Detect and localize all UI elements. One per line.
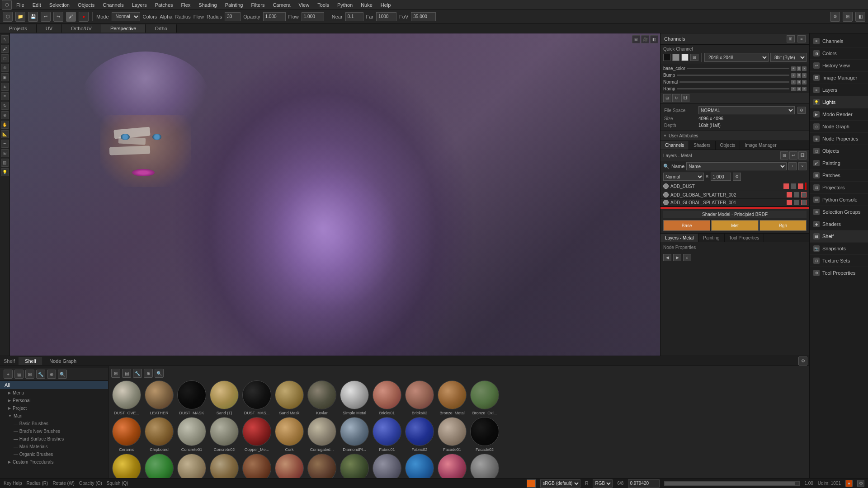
panel-tab-channels[interactable]: Channels	[660, 141, 689, 150]
tree-btn-2[interactable]: ⊞	[25, 370, 34, 379]
menu-python[interactable]: Python	[334, 1, 356, 9]
shelf-item-kevlar[interactable]: Kevlar	[307, 380, 337, 415]
menu-layers[interactable]: Layers	[128, 1, 151, 9]
far-right-selection-groups[interactable]: ⊕ Selection Groups	[810, 206, 868, 218]
channels-expand-btn[interactable]: ⊞	[787, 35, 795, 42]
ch-icon-n2[interactable]: ⚙	[797, 80, 801, 84]
tree-sub-basic-brushes[interactable]: — Basic Brushes	[0, 420, 108, 427]
shelf-item-bronze-metal[interactable]: Bronze_Metal	[437, 380, 467, 415]
tab-layers-metal[interactable]: Layers - Metal	[660, 234, 698, 242]
opacity-input-layers[interactable]	[711, 173, 731, 181]
layer-ctrl-2[interactable]: ↩	[789, 151, 797, 160]
status-icon-2[interactable]: ⚙	[857, 480, 864, 487]
shelf-item-dust-mask[interactable]: DUST_MASK	[176, 380, 207, 415]
settings-btn[interactable]: ⚙	[830, 12, 840, 22]
far-right-lights[interactable]: 💡 Lights	[810, 96, 868, 108]
panel-tab-shaders[interactable]: Shaders	[689, 141, 715, 150]
tree-group-mari[interactable]: ▼ Mari	[0, 412, 108, 420]
sg-btn-1[interactable]: ⊞	[111, 369, 120, 378]
swatch-white[interactable]	[681, 54, 689, 61]
menu-nuke[interactable]: Nuke	[357, 1, 376, 9]
tool-pan[interactable]: ✋	[1, 121, 9, 129]
far-right-snapshots[interactable]: 📷 Snapshots	[810, 243, 868, 255]
ch-icon-r1[interactable]: +	[791, 87, 796, 91]
tree-btn-4[interactable]: ⊕	[47, 370, 56, 379]
shelf-item-mud-stones[interactable]: Mud_Stones	[372, 454, 402, 478]
sg-btn-3[interactable]: 🔧	[133, 369, 142, 378]
sg-btn-2[interactable]: ▤	[122, 369, 131, 378]
tab-ortho-uv[interactable]: Ortho/UV	[62, 24, 101, 33]
shelf-item-painted-plas[interactable]: PaintedPlas...	[437, 454, 467, 478]
layer-act-2[interactable]: ↻	[672, 94, 680, 102]
layer-vis-0[interactable]	[663, 183, 669, 189]
tree-group-custom[interactable]: ▶ Custom Procedurals	[0, 458, 108, 466]
shelf-item-mud-leaves[interactable]: Mud_Leaves	[339, 454, 370, 478]
far-right-image-manager[interactable]: 🖼 Image Manager	[810, 72, 868, 84]
shelf-item-ceramic[interactable]: Ceramic	[111, 417, 142, 452]
shelf-item-chipboard[interactable]: Chipboard	[144, 417, 175, 452]
bit-select[interactable]: 8bit (Byte)	[770, 53, 807, 62]
tab-perspective[interactable]: Perspective	[101, 24, 146, 33]
tree-group-menu[interactable]: ▶ Menu	[0, 389, 108, 397]
tool-zoom[interactable]: ⊕	[1, 111, 9, 119]
layer-ctrl-1[interactable]: ⊞	[780, 151, 788, 160]
undo-btn[interactable]: ↩	[41, 12, 51, 22]
far-right-projectors[interactable]: ⊡ Projectors	[810, 182, 868, 194]
grid-btn[interactable]: ⊞	[843, 12, 853, 22]
shelf-item-ground01[interactable]: Ground01	[176, 454, 207, 478]
shelf-item-mud-dirt01[interactable]: Mud_Dirt_01	[307, 454, 337, 478]
blend-extra-btn[interactable]: ⚙	[733, 173, 741, 181]
ch-icon-n1[interactable]: +	[791, 80, 796, 84]
panel-tab-image-manager[interactable]: Image Manager	[740, 141, 781, 150]
paint-btn[interactable]: 🖌	[66, 12, 76, 22]
far-right-history[interactable]: ↩ History View	[810, 60, 868, 72]
blend-select[interactable]: Normal	[663, 173, 704, 181]
shelf-item-bricks01[interactable]: Bricks01	[372, 380, 402, 415]
menu-patches[interactable]: Patches	[151, 1, 177, 9]
panel-tab-objects[interactable]: Objects	[716, 141, 741, 150]
channel-select[interactable]: RGB	[593, 479, 613, 488]
far-right-tool-properties[interactable]: ⚙ Tool Properties	[810, 267, 868, 279]
far-right-channels[interactable]: ≡ Channels	[810, 35, 868, 47]
far-right-painting[interactable]: 🖌 Painting	[810, 157, 868, 169]
shelf-item-dust-ove[interactable]: DUST_OVE...	[111, 380, 142, 415]
tool-paint[interactable]: 🖌	[1, 45, 9, 53]
far-right-shelf[interactable]: ▤ Shelf	[810, 230, 868, 243]
menu-channels[interactable]: Channels	[99, 1, 127, 9]
shelf-item-paving-ston[interactable]: PavingSton...	[469, 454, 500, 478]
menu-help[interactable]: Help	[377, 1, 395, 9]
far-right-shaders[interactable]: ◆ Shaders	[810, 218, 868, 230]
channel-bump[interactable]: Bump + ⚙ ×	[660, 72, 809, 79]
node-next-btn[interactable]: ▶	[673, 254, 681, 261]
size-select[interactable]: 2048 x 2048	[704, 53, 769, 62]
shader-base-btn[interactable]: Base	[663, 220, 710, 231]
layer-item-1[interactable]: ADD_GLOBAL_SPLATTER_002	[660, 191, 809, 199]
tree-group-project[interactable]: ▶ Project	[0, 404, 108, 412]
menu-shading[interactable]: Shading	[195, 1, 220, 9]
file-space-btn[interactable]: ⚙	[797, 107, 806, 114]
ch-icon-b3[interactable]: ×	[802, 73, 807, 78]
shelf-item-facade02[interactable]: Facade02	[469, 417, 500, 452]
value-slider[interactable]	[664, 481, 800, 486]
shelf-item-gold-metal[interactable]: Gold_Metal	[111, 454, 142, 478]
shelf-item-facade01[interactable]: Facade01	[437, 417, 467, 452]
near-input[interactable]	[345, 12, 363, 21]
user-attrs-title[interactable]: ▼ User Attributes	[663, 132, 807, 139]
tab-ortho[interactable]: Ortho	[146, 24, 177, 33]
far-right-patches[interactable]: ⊞ Patches	[810, 169, 868, 182]
filter-reset-btn[interactable]: ×	[798, 162, 807, 170]
tool-clone[interactable]: ⊕	[1, 64, 9, 72]
shelf-item-leather[interactable]: LEATHER	[144, 380, 175, 415]
shelf-item-leather01[interactable]: Leather01	[241, 454, 272, 478]
far-right-colors[interactable]: ◑ Colors	[810, 47, 868, 60]
tab-uv[interactable]: UV	[37, 24, 62, 33]
shelf-item-corrugated[interactable]: Corrugated...	[307, 417, 337, 452]
far-right-texture-sets[interactable]: ⊟ Texture Sets	[810, 255, 868, 267]
tool-mask[interactable]: ▧	[1, 159, 9, 167]
channel-base-color[interactable]: base_color + ⚙ ×	[660, 65, 809, 72]
status-color-btn[interactable]	[527, 479, 536, 488]
shelf-item-leather02[interactable]: Leather02	[274, 454, 305, 478]
menu-edit[interactable]: Edit	[29, 1, 45, 9]
flow-input[interactable]	[302, 12, 324, 21]
menu-objects[interactable]: Objects	[74, 1, 98, 9]
